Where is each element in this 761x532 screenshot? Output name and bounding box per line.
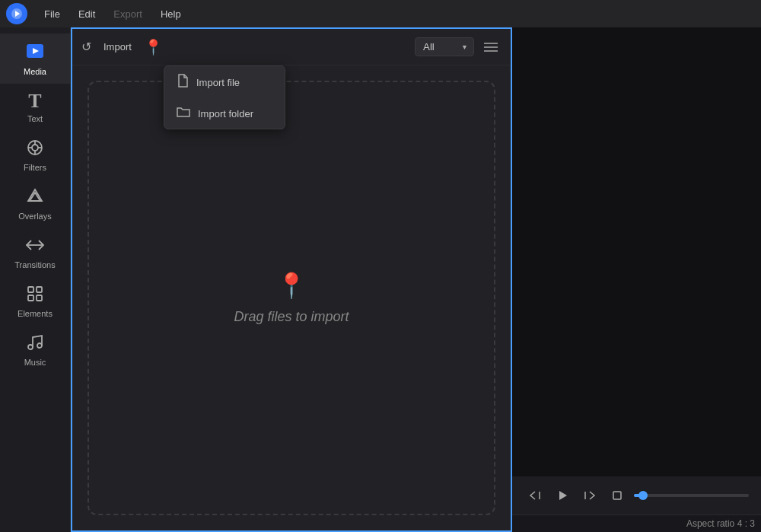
sidebar-music-label: Music (24, 358, 46, 367)
main-layout: Media T Text Filters (0, 27, 761, 532)
drop-zone-text: Drag files to import (234, 309, 349, 325)
media-panel: ↺ Import 📍 All Video Audio Image (71, 27, 512, 532)
svg-point-17 (28, 345, 33, 349)
forward-button[interactable] (579, 485, 600, 506)
sidebar-transitions-label: Transitions (14, 260, 55, 269)
transitions-icon (25, 236, 45, 257)
svg-marker-23 (559, 491, 567, 500)
sidebar-item-elements[interactable]: Elements (0, 277, 70, 326)
sidebar-item-music[interactable]: Music (0, 326, 70, 374)
stop-button[interactable] (607, 485, 628, 506)
app-logo (6, 3, 27, 24)
file-icon (177, 74, 189, 91)
filter-select-wrapper[interactable]: All Video Audio Image (415, 37, 474, 56)
import-folder-item[interactable]: Import folder (164, 98, 285, 129)
import-dropdown-menu: Import file Import folder (164, 65, 285, 129)
sidebar-item-transitions[interactable]: Transitions (0, 228, 70, 277)
list-view-button[interactable] (480, 37, 501, 58)
text-icon: T (28, 91, 41, 111)
sidebar-text-label: Text (27, 114, 43, 123)
overlays-icon (26, 187, 44, 209)
drop-zone[interactable]: 📍 Drag files to import (88, 81, 495, 515)
filters-icon (26, 139, 44, 160)
import-label: Import (103, 41, 132, 53)
progress-bar-track[interactable] (634, 494, 749, 497)
svg-rect-14 (37, 287, 42, 292)
svg-rect-16 (37, 295, 42, 301)
sidebar-media-label: Media (24, 67, 46, 76)
sidebar-filters-label: Filters (24, 163, 46, 172)
menu-file[interactable]: File (37, 5, 68, 23)
preview-panel: Aspect ratio 4 : 3 (512, 27, 761, 532)
menu-help[interactable]: Help (153, 5, 189, 23)
menubar: File Edit Export Help (0, 0, 761, 27)
folder-icon (177, 106, 190, 121)
sidebar-item-text[interactable]: T Text (0, 84, 70, 131)
filter-select[interactable]: All Video Audio Image (415, 37, 474, 56)
svg-rect-15 (28, 295, 33, 301)
preview-controls (512, 476, 761, 514)
import-button[interactable]: Import (97, 38, 138, 56)
media-panel-header: ↺ Import 📍 All Video Audio Image (72, 29, 511, 65)
progress-handle[interactable] (638, 491, 648, 500)
sidebar-item-overlays[interactable]: Overlays (0, 180, 70, 228)
sidebar-elements-label: Elements (18, 309, 53, 318)
preview-area (512, 27, 761, 476)
svg-point-5 (32, 145, 38, 151)
play-button[interactable] (552, 485, 573, 506)
menu-edit[interactable]: Edit (71, 5, 103, 23)
drop-zone-pin-icon: 📍 (276, 271, 307, 300)
sidebar: Media T Text Filters (0, 27, 71, 532)
import-folder-label: Import folder (198, 108, 253, 119)
sidebar-item-filters[interactable]: Filters (0, 131, 70, 180)
music-icon (26, 333, 44, 355)
sidebar-overlays-label: Overlays (18, 212, 51, 221)
undo-icon[interactable]: ↺ (81, 40, 91, 54)
menu-export: Export (106, 5, 150, 23)
import-file-label: Import file (196, 77, 240, 88)
svg-rect-13 (28, 287, 33, 292)
svg-rect-25 (613, 492, 621, 499)
import-file-item[interactable]: Import file (164, 66, 285, 98)
rewind-button[interactable] (524, 485, 546, 506)
media-icon (25, 41, 45, 64)
elements-icon (26, 285, 44, 306)
location-pin-icon: 📍 (144, 38, 163, 56)
sidebar-item-media[interactable]: Media (0, 33, 70, 84)
svg-point-18 (37, 343, 42, 348)
aspect-ratio-label: Aspect ratio 4 : 3 (512, 514, 761, 532)
